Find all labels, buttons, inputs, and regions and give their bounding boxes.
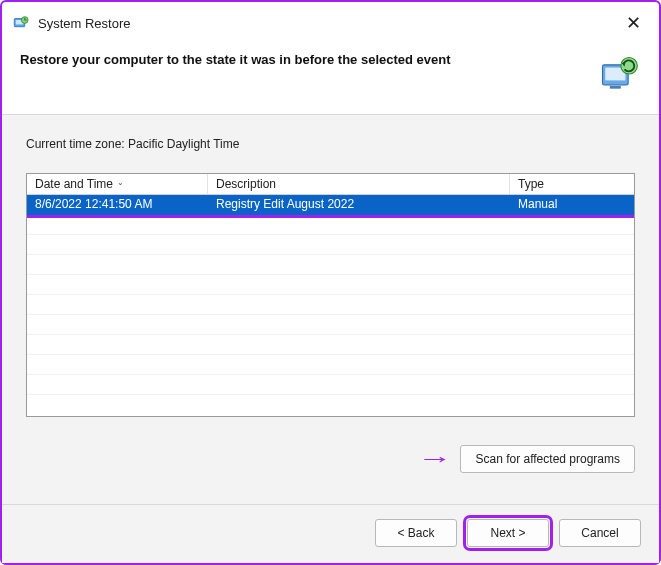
close-button[interactable]: ✕ — [618, 10, 649, 36]
table-row[interactable] — [27, 255, 634, 275]
header-area: Restore your computer to the state it wa… — [2, 42, 659, 114]
sort-caret-icon: ⌄ — [117, 178, 124, 187]
table-row[interactable] — [27, 235, 634, 255]
table-row[interactable] — [27, 355, 634, 375]
table-header: Date and Time ⌄ Description Type — [27, 174, 634, 195]
table-row[interactable] — [27, 315, 634, 335]
page-heading: Restore your computer to the state it wa… — [20, 52, 587, 67]
table-row[interactable] — [27, 335, 634, 355]
table-row[interactable] — [27, 375, 634, 395]
column-header-type[interactable]: Type — [510, 174, 634, 194]
svg-rect-5 — [610, 86, 621, 89]
column-date-label: Date and Time — [35, 177, 113, 191]
scan-affected-programs-button[interactable]: Scan for affected programs — [460, 445, 635, 473]
restore-points-table: Date and Time ⌄ Description Type 8/6/202… — [26, 173, 635, 417]
table-row[interactable] — [27, 295, 634, 315]
content-area: Current time zone: Pacific Daylight Time… — [2, 115, 659, 504]
cell-date: 8/6/2022 12:41:50 AM — [27, 195, 208, 214]
next-button[interactable]: Next > — [467, 519, 549, 547]
cell-type: Manual — [510, 195, 634, 214]
system-restore-window: System Restore ✕ Restore your computer t… — [0, 0, 661, 565]
column-header-description[interactable]: Description — [208, 174, 510, 194]
titlebar: System Restore ✕ — [2, 2, 659, 42]
back-button[interactable]: < Back — [375, 519, 457, 547]
column-desc-label: Description — [216, 177, 276, 191]
arrow-annotation-icon: → — [418, 446, 453, 472]
cancel-button[interactable]: Cancel — [559, 519, 641, 547]
table-body: 8/6/2022 12:41:50 AM Registry Edit Augus… — [27, 195, 634, 416]
table-row[interactable] — [27, 215, 634, 235]
column-header-date[interactable]: Date and Time ⌄ — [27, 174, 208, 194]
column-type-label: Type — [518, 177, 544, 191]
footer: < Back Next > Cancel — [2, 504, 659, 563]
window-title: System Restore — [38, 16, 610, 31]
table-row[interactable]: 8/6/2022 12:41:50 AM Registry Edit Augus… — [27, 195, 634, 215]
system-restore-icon — [12, 14, 30, 32]
cell-description: Registry Edit August 2022 — [208, 195, 510, 214]
restore-large-icon — [597, 52, 641, 96]
table-row[interactable] — [27, 275, 634, 295]
scan-row: → Scan for affected programs — [26, 445, 635, 473]
timezone-label: Current time zone: Pacific Daylight Time — [26, 137, 635, 151]
